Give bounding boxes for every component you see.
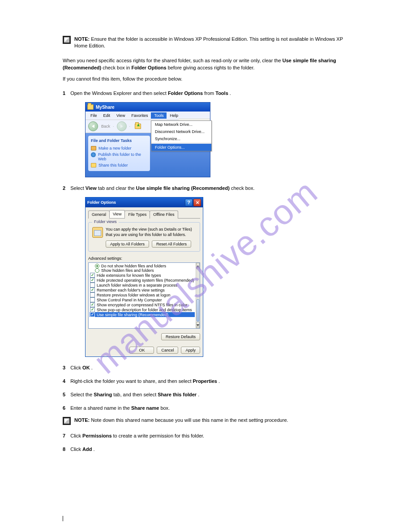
scrollbar[interactable] — [196, 263, 200, 328]
checkbox-icon[interactable]: ✓ — [90, 312, 95, 317]
menu-tools[interactable]: Tools — [151, 112, 167, 119]
help-button[interactable]: ? — [185, 199, 193, 206]
new-folder-icon — [91, 146, 96, 150]
up-folder-button[interactable] — [133, 122, 143, 131]
step-7-text2: to create a write permission for this fo… — [113, 433, 205, 438]
folder-views-icon — [92, 227, 103, 238]
dialog-title: Folder Options — [87, 200, 116, 205]
task-new-folder[interactable]: Make a new folder — [91, 145, 147, 151]
checkbox-icon[interactable] — [90, 283, 95, 287]
explorer-titlebar: MyShare — [86, 103, 210, 112]
back-button[interactable] — [88, 121, 98, 131]
pencil-note-icon — [63, 417, 71, 425]
menu-help[interactable]: Help — [167, 112, 181, 119]
adv-item-5[interactable]: ✓Remember each folder's view settings — [90, 287, 195, 292]
apply-all-button[interactable]: Apply to All Folders — [106, 240, 149, 248]
step-4-num: 4 — [63, 378, 65, 384]
task-publish[interactable]: Publish this folder to the Web — [91, 151, 147, 162]
tab-file-types[interactable]: File Types — [124, 210, 150, 219]
ok-button[interactable]: OK — [129, 347, 154, 354]
task-share[interactable]: Share this folder — [91, 162, 147, 168]
menu-edit[interactable]: Edit — [100, 112, 114, 119]
step-8-num: 8 — [63, 446, 65, 452]
dd-folder-options[interactable]: Folder Options... — [151, 144, 211, 151]
arrow-left-icon — [92, 124, 94, 128]
checkbox-icon[interactable]: ✓ — [90, 307, 95, 312]
adv-item-label: Hide extensions for known file types — [97, 273, 161, 278]
step-1-num: 1 — [63, 90, 65, 96]
adv-item-7[interactable]: Show Control Panel in My Computer — [90, 297, 195, 302]
scroll-thumb[interactable] — [197, 299, 199, 322]
scroll-up-button[interactable] — [196, 263, 200, 269]
step-3-num: 3 — [63, 365, 65, 370]
folder-views-legend: Folder views — [92, 219, 119, 224]
menu-favorites[interactable]: Favorites — [128, 112, 151, 119]
adv-item-1[interactable]: Show hidden files and folders — [90, 268, 195, 273]
step-7-num: 7 — [63, 433, 65, 438]
close-button[interactable]: ✕ — [193, 199, 201, 206]
adv-item-6[interactable]: Restore previous folder windows at logon — [90, 292, 195, 297]
adv-item-10[interactable]: ✓Use simple file sharing (Recommended) — [90, 312, 195, 317]
dd-map-drive[interactable]: Map Network Drive... — [151, 121, 211, 128]
step-5-bold2: Share this folder — [158, 392, 197, 397]
adv-item-label: Show pop-up description for folder and d… — [97, 308, 192, 312]
menu-file[interactable]: File — [87, 112, 100, 119]
menu-view[interactable]: View — [113, 112, 128, 119]
adv-item-3[interactable]: ✓Hide protected operating system files (… — [90, 278, 195, 283]
reset-all-button[interactable]: Reset All Folders — [152, 240, 191, 248]
radio-icon[interactable] — [95, 268, 99, 273]
adv-item-9[interactable]: ✓Show pop-up description for folder and … — [90, 307, 195, 312]
step-5-text3: . — [198, 392, 199, 397]
intro-1a: When you need specific access rights for… — [63, 58, 281, 63]
adv-item-4[interactable]: Launch folder windows in a separate proc… — [90, 283, 195, 287]
restore-defaults-button[interactable]: Restore Defaults — [161, 333, 200, 340]
dd-disconnect[interactable]: Disconnect Network Drive... — [151, 128, 211, 135]
adv-item-label: Show hidden files and folders — [101, 268, 154, 273]
adv-item-label: Hide protected operating system files (R… — [97, 278, 194, 283]
apply-button[interactable]: Apply — [181, 347, 200, 354]
step-7-text: Click — [70, 433, 82, 438]
step-4-bold1: Properties — [193, 378, 217, 384]
scroll-track[interactable] — [196, 269, 200, 322]
step-7-bold1: Permissions — [82, 433, 111, 438]
step-5-num: 5 — [63, 392, 65, 397]
step-8-text: Click — [70, 446, 82, 452]
adv-item-8[interactable]: ✓Show encrypted or compressed NTFS files… — [90, 302, 195, 307]
separator: · — [113, 124, 114, 129]
adv-item-label: Remember each folder's view settings — [97, 288, 165, 292]
checkbox-icon[interactable] — [90, 297, 95, 302]
step-6-text: Enter a shared name in the — [70, 405, 131, 411]
checkbox-icon[interactable] — [90, 292, 95, 297]
checkbox-icon[interactable]: ✓ — [90, 278, 95, 283]
step-6-bold1: Share name — [131, 405, 159, 411]
folder-icon — [135, 124, 141, 129]
dd-sync[interactable]: Synchronize... — [151, 135, 211, 142]
adv-item-label: Launch folder windows in a separate proc… — [97, 283, 177, 287]
checkbox-icon[interactable]: ✓ — [90, 302, 95, 307]
adv-item-2[interactable]: ✓Hide extensions for known file types — [90, 273, 195, 278]
tab-general[interactable]: General — [88, 210, 110, 219]
step-4-text2: . — [218, 378, 220, 384]
intro-paragraph-1: When you need specific access rights for… — [63, 57, 357, 72]
intro-paragraph-2: If you cannot find this item, follow the… — [63, 75, 357, 83]
cancel-button[interactable]: Cancel — [157, 347, 178, 354]
tab-view[interactable]: View — [109, 210, 125, 218]
checkbox-icon[interactable]: ✓ — [90, 287, 95, 292]
scroll-down-button[interactable] — [196, 322, 200, 328]
adv-item-0[interactable]: Do not show hidden files and folders — [90, 264, 195, 268]
adv-item-label: Show Control Panel in My Computer — [97, 298, 162, 302]
radio-icon[interactable] — [95, 264, 99, 268]
step-1-bold1: Folder Options — [168, 90, 203, 96]
adv-item-label: Use simple file sharing (Recommended) — [97, 313, 168, 317]
folder-views-group: Folder views You can apply the view (suc… — [88, 222, 200, 252]
forward-button[interactable] — [117, 121, 127, 131]
tab-offline[interactable]: Offline Files — [150, 210, 178, 219]
step-1-bold2: Tools — [215, 90, 228, 96]
step-5-bold1: Sharing — [94, 392, 112, 397]
note-1-label: NOTE: — [74, 36, 90, 42]
checkbox-icon[interactable]: ✓ — [90, 273, 95, 278]
step-3-text2: . — [91, 365, 93, 370]
step-2-num: 2 — [63, 185, 65, 191]
step-5-text2: tab, and then select — [113, 392, 158, 397]
globe-icon — [91, 152, 96, 157]
